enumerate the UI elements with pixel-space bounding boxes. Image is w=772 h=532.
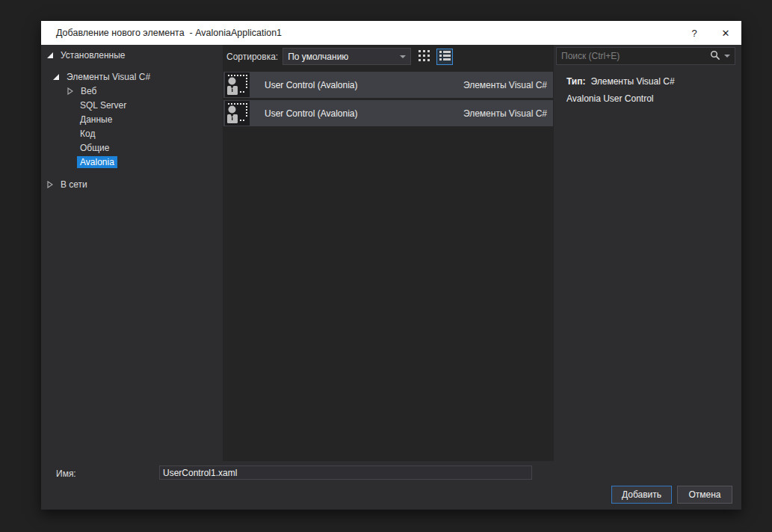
tree-item-label: В сети xyxy=(58,179,90,191)
template-name: User Control (Avalonia) xyxy=(265,80,358,90)
tree-item-avalonia[interactable]: Avalonia xyxy=(41,155,223,169)
template-type-line: Тип:Элементы Visual C# xyxy=(566,76,741,87)
name-label: Имя: xyxy=(56,468,76,479)
file-name-input[interactable] xyxy=(159,466,532,480)
tree-item-general[interactable]: Общие xyxy=(41,140,223,155)
chevron-down-icon xyxy=(400,55,406,58)
medium-icons-view-button[interactable] xyxy=(416,49,432,65)
cancel-button[interactable]: Отмена xyxy=(677,486,732,504)
tree-item-label: Веб xyxy=(78,85,99,97)
sort-label: Сортировка: xyxy=(226,52,278,62)
user-control-avalonia-icon xyxy=(225,101,250,126)
templates-panel: Сортировка: По умолчанию xyxy=(223,45,554,461)
dialog-body: Установленные Элементы Visual C# Веб SQL… xyxy=(41,45,741,510)
details-panel: Тип:Элементы Visual C# Avalonia User Con… xyxy=(556,45,741,461)
tree-item-label: Данные xyxy=(77,114,115,126)
add-button[interactable]: Добавить xyxy=(611,486,672,504)
tree-item-code[interactable]: Код xyxy=(41,126,223,140)
tree-item-label: Элементы Visual C# xyxy=(64,71,153,83)
template-list: User Control (Avalonia) Элементы Visual … xyxy=(223,72,554,126)
categories-tree: Установленные Элементы Visual C# Веб SQL… xyxy=(41,45,223,461)
tree-item-visual-csharp[interactable]: Элементы Visual C# xyxy=(41,69,223,84)
dialog-buttons: Добавить Отмена xyxy=(611,486,732,504)
tree-item-label: Установленные xyxy=(58,49,128,61)
collapse-arrow-icon[interactable] xyxy=(47,181,55,188)
tree-item-installed[interactable]: Установленные xyxy=(41,48,223,62)
close-button[interactable]: ✕ xyxy=(710,21,741,45)
expand-arrow-icon[interactable] xyxy=(53,74,61,80)
collapse-arrow-icon[interactable] xyxy=(67,87,75,95)
desktop-background: Добавление нового элемента - AvaloniaApp… xyxy=(0,0,772,532)
type-label: Тип: xyxy=(566,76,586,87)
tree-item-label: Общие xyxy=(77,142,112,154)
add-new-item-dialog: Добавление нового элемента - AvaloniaApp… xyxy=(41,21,741,510)
template-info: Тип:Элементы Visual C# Avalonia User Con… xyxy=(566,76,741,104)
type-value: Элементы Visual C# xyxy=(591,76,675,87)
template-row-user-control-1[interactable]: User Control (Avalonia) Элементы Visual … xyxy=(223,72,553,98)
search-icon xyxy=(710,50,720,63)
list-view-button[interactable] xyxy=(436,49,453,65)
search-input[interactable] xyxy=(557,51,708,61)
search-box xyxy=(556,47,735,65)
tree-item-online[interactable]: В сети xyxy=(41,177,223,191)
tree-item-sql-server[interactable]: SQL Server xyxy=(41,98,223,112)
templates-toolbar: Сортировка: По умолчанию xyxy=(223,45,554,68)
medium-icons-view-icon xyxy=(419,50,430,64)
chevron-down-icon xyxy=(724,55,730,58)
dialog-titlebar[interactable]: Добавление нового элемента - AvaloniaApp… xyxy=(41,21,741,45)
sort-dropdown[interactable]: По умолчанию xyxy=(282,48,411,65)
help-button[interactable]: ? xyxy=(679,21,710,45)
footer-bar: Имя: Добавить Отмена xyxy=(41,461,741,510)
tree-item-label-selected: Avalonia xyxy=(77,156,117,168)
dialog-title: Добавление нового элемента - AvaloniaApp… xyxy=(56,28,282,38)
template-name: User Control (Avalonia) xyxy=(265,108,358,119)
expand-arrow-icon[interactable] xyxy=(47,52,55,58)
tree-item-label: Код xyxy=(77,128,98,140)
tree-item-web[interactable]: Веб xyxy=(41,84,223,98)
template-category: Элементы Visual C# xyxy=(463,108,553,119)
tree-item-label: SQL Server xyxy=(77,99,129,111)
user-control-avalonia-icon xyxy=(225,72,250,97)
sort-dropdown-value: По умолчанию xyxy=(288,52,400,62)
list-view-icon xyxy=(439,51,451,63)
template-description: Avalonia User Control xyxy=(566,93,741,104)
titlebar-buttons: ? ✕ xyxy=(679,21,741,45)
template-row-user-control-2[interactable]: User Control (Avalonia) Элементы Visual … xyxy=(223,100,553,126)
search-button[interactable] xyxy=(708,50,735,63)
tree-item-data[interactable]: Данные xyxy=(41,112,223,126)
template-category: Элементы Visual C# xyxy=(463,80,553,90)
